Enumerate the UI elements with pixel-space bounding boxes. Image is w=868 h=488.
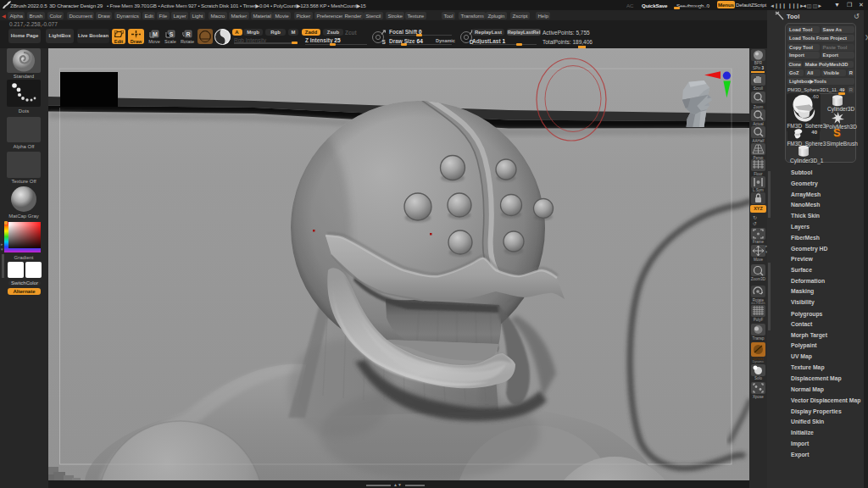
- svg-text:S: S: [382, 38, 387, 44]
- svg-text:R: R: [186, 31, 190, 37]
- svg-text:S: S: [170, 31, 174, 37]
- svg-text:M: M: [153, 31, 158, 37]
